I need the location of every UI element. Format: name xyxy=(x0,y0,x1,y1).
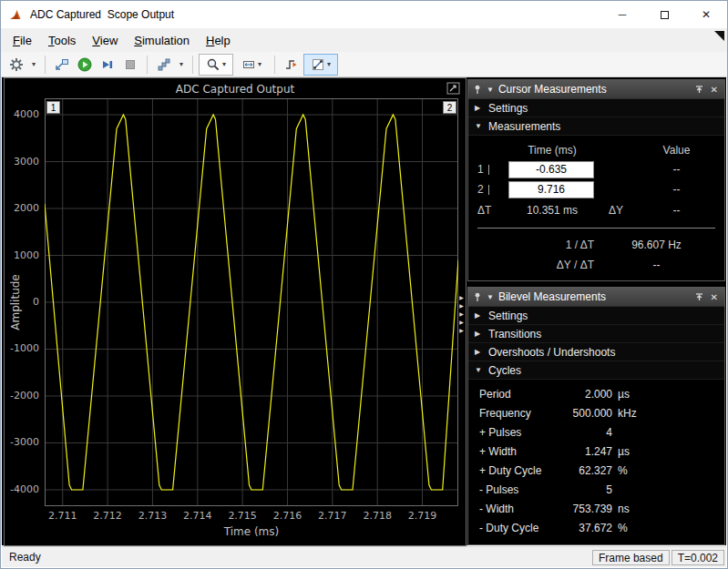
cursor-measurements-table: Time (ms) Value 1 -- xyxy=(468,136,724,275)
maximize-axes-button[interactable] xyxy=(446,81,461,96)
section-label: Transitions xyxy=(488,328,541,340)
undock-icon[interactable] xyxy=(694,292,704,302)
expand-icon: ▶ xyxy=(475,348,482,356)
gear-icon xyxy=(9,57,24,72)
collapse-icon[interactable]: ▼ xyxy=(487,86,494,94)
metric-name: - Duty Cycle xyxy=(479,519,563,538)
stepping-options-dropdown[interactable]: ▾ xyxy=(176,54,187,76)
step-forward-button[interactable] xyxy=(97,54,118,76)
menu-item-help[interactable]: Help xyxy=(198,29,239,52)
maximize-button[interactable] xyxy=(643,1,685,28)
highlight-block-button[interactable] xyxy=(51,54,73,76)
menu-item-simulation[interactable]: Simulation xyxy=(126,29,198,52)
slope-value: -- xyxy=(596,259,717,271)
expand-axes-icon xyxy=(446,82,460,95)
close-icon: ✕ xyxy=(702,8,711,21)
y-tick-label: 4000 xyxy=(5,108,41,120)
cursor1-time-input[interactable] xyxy=(508,161,594,178)
pin-icon[interactable] xyxy=(473,292,482,302)
bilevel-section-overshoots-undershoots[interactable]: ▶Overshoots / Undershoots xyxy=(468,343,724,361)
cursor-measurements-icon xyxy=(311,57,325,72)
metric-value: 5 xyxy=(563,481,612,500)
stop-button[interactable] xyxy=(119,54,141,76)
chevron-right-icon: ▶ xyxy=(459,310,464,318)
y-tick-label: -4000 xyxy=(5,483,41,495)
section-label: Cycles xyxy=(488,364,521,377)
fit-to-view-button[interactable]: ▾ xyxy=(234,54,269,76)
metric-value: 753.739 xyxy=(563,500,612,519)
zoom-button[interactable]: ▾ xyxy=(199,54,233,76)
y-tick-label: -1000 xyxy=(5,342,41,354)
cursor2-time-input[interactable] xyxy=(508,181,594,198)
cursor-section-settings[interactable]: ▶Settings xyxy=(468,99,724,117)
chevron-right-icon: ▶ xyxy=(459,327,464,334)
cursor2-flag[interactable]: 2 xyxy=(443,101,456,114)
toolbar-separator xyxy=(147,56,148,74)
scope-plot[interactable] xyxy=(45,98,458,506)
chevron-right-icon: ▶ xyxy=(459,302,464,310)
menu-item-tools[interactable]: Tools xyxy=(40,29,84,52)
cursor-section-measurements[interactable]: ▼Measurements xyxy=(468,117,724,136)
y-tick-label: -2000 xyxy=(5,390,41,401)
x-tick-label: 2.719 xyxy=(403,510,443,522)
pin-icon[interactable] xyxy=(473,85,482,95)
sim-time-indicator: T=0.002 xyxy=(672,550,724,565)
cursor1-row: 1 -- xyxy=(476,159,717,179)
y-tick-label: 2000 xyxy=(5,202,41,214)
settings-dropdown[interactable]: ▾ xyxy=(28,54,39,76)
collapse-icon[interactable]: ▼ xyxy=(487,293,494,301)
settings-button[interactable] xyxy=(5,54,27,76)
section-label: Settings xyxy=(488,102,528,115)
bilevel-panel-sections: ▶Settings▶Transitions▶Overshoots / Under… xyxy=(468,307,724,380)
bilevel-section-transitions[interactable]: ▶Transitions xyxy=(468,325,724,343)
cursor1-flag[interactable]: 1 xyxy=(46,101,60,114)
dock-arrow-icon xyxy=(714,31,724,41)
metric-unit xyxy=(612,423,724,442)
x-tick-label: 2.711 xyxy=(43,510,83,522)
maximize-icon xyxy=(661,11,669,19)
bilevel-section-cycles[interactable]: ▼Cycles xyxy=(468,361,724,380)
time-column-header: Time (ms) xyxy=(508,144,596,157)
run-button[interactable] xyxy=(74,54,96,76)
run-icon xyxy=(77,57,92,72)
toolbar: ▾ xyxy=(1,52,727,77)
app-icon xyxy=(9,7,24,22)
toolbar-separator xyxy=(274,56,275,74)
x-axis-label: Time (ms) xyxy=(45,525,458,538)
matlab-scope-icon xyxy=(9,7,24,22)
menu-item-view[interactable]: View xyxy=(84,29,126,52)
trigger-button[interactable] xyxy=(281,54,302,76)
stepping-options-button[interactable] xyxy=(153,54,175,76)
cursor-measurements-panel: ▼ Cursor Measurements ✕ ▶Settings▼Measur… xyxy=(467,79,725,281)
cursor-line-icon xyxy=(488,165,489,175)
metric-value: 2.000 xyxy=(563,385,612,404)
collapse-panels-handle[interactable]: ▶ ▶ ▶ ▶ ▶ xyxy=(456,294,467,334)
status-bar: Ready Frame based T=0.002 xyxy=(2,546,726,567)
toolbar-separator xyxy=(45,56,46,74)
metric-value: 500.000 xyxy=(563,404,612,423)
minimize-icon: ─ xyxy=(619,8,627,21)
zoom-icon xyxy=(206,57,220,72)
minimize-button[interactable]: ─ xyxy=(601,1,643,28)
close-button[interactable]: ✕ xyxy=(685,1,727,28)
panel-close-icon[interactable]: ✕ xyxy=(709,292,720,302)
x-tick-label: 2.717 xyxy=(313,510,353,522)
menu-bar: FileToolsViewSimulationHelp xyxy=(1,28,727,52)
cursor-measurements-button[interactable]: ▾ xyxy=(303,54,338,76)
menu-item-file[interactable]: File xyxy=(5,29,40,52)
chevron-down-icon: ▾ xyxy=(258,61,261,68)
cursor2-row-label: 2 xyxy=(477,183,484,196)
expand-icon: ▶ xyxy=(475,311,482,320)
step-forward-icon xyxy=(100,57,115,72)
bilevel-section-settings[interactable]: ▶Settings xyxy=(468,307,724,325)
metric-value: 62.327 xyxy=(563,462,612,481)
metric-name: Frequency xyxy=(479,404,563,423)
chevron-down-icon: ▾ xyxy=(32,61,36,68)
cursor1-value: -- xyxy=(636,163,717,176)
trigger-icon xyxy=(284,57,299,72)
expand-icon: ▶ xyxy=(475,330,482,338)
main-area: ADC Captured Output 1 2 Amplitude Time (… xyxy=(2,77,726,545)
metric-unit: µs xyxy=(612,385,724,404)
undock-icon[interactable] xyxy=(694,85,704,95)
panel-close-icon[interactable]: ✕ xyxy=(709,85,720,95)
